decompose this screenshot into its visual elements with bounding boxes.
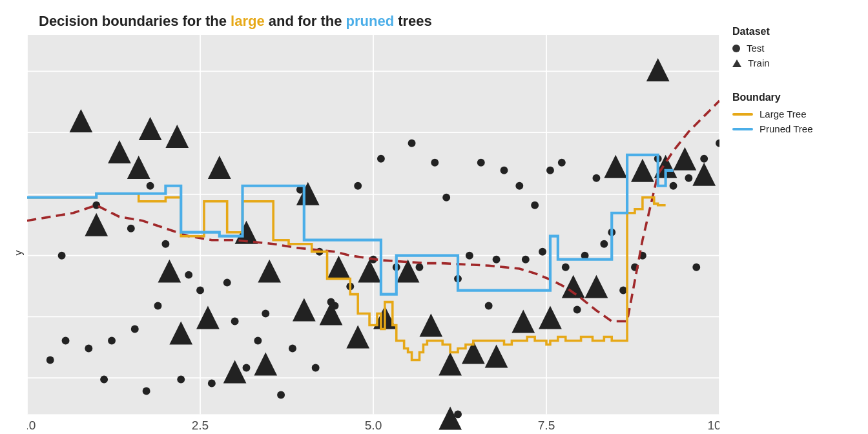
title-prefix: Decision boundaries for the (39, 13, 231, 29)
dataset-legend-title: Dataset (732, 26, 855, 37)
svg-point-27 (161, 240, 169, 248)
svg-point-59 (574, 306, 581, 314)
y-axis-label: y (13, 35, 25, 434)
svg-point-55 (692, 264, 700, 271)
svg-point-64 (485, 302, 493, 310)
svg-point-85 (243, 364, 251, 371)
svg-point-28 (196, 287, 204, 294)
page-container: Decision boundaries for the large and fo… (0, 0, 868, 434)
svg-text:0.0: 0.0 (27, 418, 36, 432)
legend-panel: Dataset Test Train Boundary Large Tree P… (719, 13, 862, 145)
svg-point-77 (108, 337, 116, 345)
svg-point-43 (531, 202, 539, 209)
svg-point-79 (62, 337, 70, 345)
pruned-tree-label: Pruned Tree (760, 123, 813, 134)
svg-point-24 (92, 202, 100, 209)
svg-point-37 (431, 159, 439, 167)
train-label: Train (748, 57, 770, 68)
svg-point-25 (127, 225, 135, 232)
svg-point-58 (592, 174, 600, 182)
plot-wrapper: y (13, 35, 719, 434)
svg-text:2.5: 2.5 (192, 418, 209, 432)
large-tree-label: Large Tree (760, 108, 807, 119)
svg-point-82 (143, 387, 150, 395)
svg-point-45 (562, 264, 570, 271)
title-middle: and for the (265, 13, 346, 29)
svg-text:7.5: 7.5 (538, 418, 555, 432)
svg-point-51 (670, 182, 677, 190)
title-large: large (231, 13, 265, 29)
svg-point-80 (46, 356, 54, 364)
svg-point-60 (558, 159, 566, 167)
svg-text:10.0: 10.0 (707, 418, 719, 432)
svg-point-39 (466, 252, 473, 260)
svg-point-38 (442, 194, 450, 202)
chart-area: Decision boundaries for the large and fo… (13, 13, 719, 434)
svg-point-26 (147, 182, 154, 190)
svg-point-81 (100, 375, 108, 383)
title-suffix: trees (394, 13, 432, 29)
svg-point-36 (408, 140, 416, 147)
svg-point-86 (277, 391, 285, 398)
main-plot-svg: 0.0 2.5 5.0 7.5 10.0 10 5 0 -5 -10 -15 (27, 35, 719, 434)
large-tree-line-icon (732, 113, 753, 116)
svg-point-75 (154, 302, 162, 310)
train-triangle-icon (732, 59, 741, 67)
svg-container: 0.0 2.5 5.0 7.5 10.0 10 5 0 -5 -10 -15 (27, 35, 719, 434)
svg-point-71 (289, 345, 296, 353)
svg-point-40 (477, 159, 485, 167)
svg-point-66 (416, 264, 424, 271)
svg-point-34 (354, 182, 362, 190)
chart-title: Decision boundaries for the large and fo… (39, 13, 719, 30)
svg-point-74 (185, 271, 192, 279)
svg-point-29 (231, 318, 239, 326)
svg-point-72 (254, 337, 262, 345)
svg-point-61 (539, 248, 546, 256)
svg-point-63 (501, 167, 508, 174)
boundary-legend-title: Boundary (732, 92, 855, 103)
svg-point-83 (177, 375, 185, 383)
svg-point-52 (685, 174, 692, 182)
svg-point-23 (58, 252, 66, 260)
svg-point-53 (700, 155, 708, 163)
svg-point-87 (312, 364, 320, 371)
svg-point-42 (515, 182, 523, 190)
plot-inner: 0.0 2.5 5.0 7.5 10.0 10 5 0 -5 -10 -15 (27, 35, 719, 434)
svg-point-73 (223, 279, 231, 287)
pruned-tree-line-icon (732, 128, 753, 130)
svg-point-62 (522, 256, 530, 264)
test-label: Test (747, 43, 765, 54)
legend-item-test: Test (732, 43, 855, 54)
svg-point-35 (377, 155, 385, 163)
svg-point-84 (208, 379, 216, 387)
title-pruned: pruned (346, 13, 395, 29)
svg-point-44 (546, 167, 554, 174)
svg-point-78 (85, 345, 92, 353)
svg-point-30 (262, 310, 269, 318)
legend-item-train: Train (732, 57, 855, 68)
svg-point-41 (493, 256, 501, 264)
svg-point-76 (131, 326, 139, 333)
legend-item-large-tree: Large Tree (732, 108, 855, 119)
legend-item-pruned-tree: Pruned Tree (732, 123, 855, 134)
svg-point-47 (600, 240, 608, 248)
test-dot-icon (732, 45, 740, 52)
svg-text:5.0: 5.0 (365, 418, 382, 432)
